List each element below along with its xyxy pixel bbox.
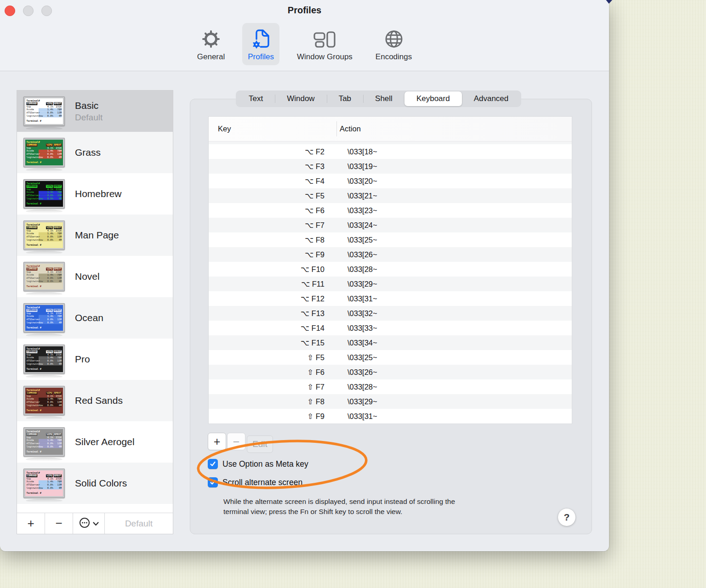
key-binding-row[interactable]: ⌥ F8\033[25~ (209, 232, 572, 247)
key-binding-row[interactable]: ⌥ F9\033[26~ (209, 247, 572, 262)
key-cell: ⌥ F8 (209, 236, 325, 244)
key-cell: ⌥ F7 (209, 221, 325, 230)
profile-row-red-sands[interactable]: Terminal#COMMAND%CPURPRVTtop4.1%231KXcod… (17, 380, 173, 421)
key-binding-row[interactable]: ⌥ F7\033[24~ (209, 218, 572, 232)
key-binding-row[interactable]: ⌥ F12\033[31~ (209, 291, 572, 306)
action-cell: \033[26~ (325, 368, 377, 377)
key-table-header: Key Action (209, 117, 572, 141)
profile-row-novel[interactable]: Terminal#COMMAND%CPURPRVTtop4.1%231KXcod… (17, 256, 173, 297)
key-cell: ⌥ F3 (209, 162, 325, 171)
profile-thumbnail: Terminal#COMMAND%CPURPRVTtop4.1%231KXcod… (23, 138, 65, 167)
toolbar-item-window-groups[interactable]: Window Groups (291, 23, 358, 65)
key-binding-row[interactable]: ⌥ F6\033[23~ (209, 203, 572, 218)
profile-list[interactable]: Terminal#COMMAND%CPURPRVTtop4.1%231KXcod… (17, 90, 173, 513)
key-binding-row[interactable]: ⌥ F5\033[21~ (209, 188, 572, 203)
profile-name: Ocean (75, 312, 103, 323)
edit-key-binding-button[interactable]: Edit (247, 435, 273, 453)
add-profile-button[interactable]: + (17, 513, 45, 534)
action-cell: \033[28~ (325, 383, 377, 391)
add-key-binding-button[interactable]: + (208, 433, 226, 450)
profile-thumbnail: Terminal#COMMAND%CPURPRVTtop4.1%231KXcod… (23, 262, 65, 291)
set-default-button[interactable]: Default (105, 513, 173, 534)
key-binding-row[interactable]: ⇧ F9\033[31~ (209, 409, 572, 424)
profile-list-toolbar: + − Default (17, 513, 173, 534)
action-cell: \033[31~ (325, 294, 377, 303)
key-binding-row[interactable]: ⇧ F6\033[26~ (209, 365, 572, 379)
toolbar-label-window-groups: Window Groups (297, 52, 353, 62)
profile-document-icon (252, 28, 270, 49)
toolbar-item-profiles[interactable]: Profiles (242, 23, 279, 65)
thumbnail-screen: Terminal#COMMAND%CPURPRVTtop4.1%231KXcod… (25, 140, 63, 165)
profile-row-ocean[interactable]: Terminal#COMMAND%CPURPRVTtop4.1%231KXcod… (17, 297, 173, 339)
action-cell: \033[18~ (325, 147, 377, 156)
key-cell: ⌥ F2 (209, 147, 325, 156)
key-cell: ⇧ F6 (209, 368, 325, 377)
toolbar-item-general[interactable]: General (192, 23, 230, 65)
key-cell: ⌥ F10 (209, 265, 325, 274)
action-cell: \033[23~ (325, 206, 377, 215)
key-binding-row[interactable]: ⌥ F13\033[32~ (209, 306, 572, 321)
column-header-key: Key (209, 124, 327, 133)
profile-row-homebrew[interactable]: Terminal#COMMAND%CPURPRVTtop4.1%231KXcod… (17, 173, 173, 215)
use-option-as-meta-checkbox-row[interactable]: Use Option as Meta key (208, 458, 308, 470)
key-binding-row[interactable]: ⌥ F2\033[18~ (209, 144, 572, 159)
profile-row-man-page[interactable]: Terminal#COMMAND%CPURPRVTtop4.1%231KXcod… (17, 215, 173, 256)
tab-text[interactable]: Text (237, 91, 275, 106)
scroll-alternate-description: While the alternate screen is displayed,… (223, 497, 545, 517)
profile-row-solid-colors[interactable]: Terminal#COMMAND%CPURPRVTtop4.1%231KXcod… (17, 463, 173, 504)
remove-profile-button[interactable]: − (45, 513, 73, 534)
profile-row-basic[interactable]: Terminal#COMMAND%CPURPRVTtop4.1%231KXcod… (17, 90, 173, 132)
tab-advanced[interactable]: Advanced (462, 91, 521, 106)
profile-subtitle: Default (75, 113, 102, 123)
profile-name: Grass (75, 147, 101, 158)
action-cell: \033[31~ (325, 412, 377, 421)
key-cell: ⌥ F14 (209, 324, 325, 333)
key-binding-row[interactable]: ⌥ F10\033[28~ (209, 262, 572, 277)
key-binding-row[interactable]: ⌥ F15\033[34~ (209, 335, 572, 350)
toolbar-label-encodings: Encodings (376, 52, 412, 62)
key-cell: ⇧ F8 (209, 397, 325, 406)
tab-window[interactable]: Window (275, 91, 326, 106)
key-cell: ⌥ F4 (209, 177, 325, 186)
profile-row-pro[interactable]: Terminal#COMMAND%CPURPRVTtop4.1%231KXcod… (17, 339, 173, 380)
key-binding-row[interactable]: ⌥ F3\033[19~ (209, 159, 572, 174)
profile-sidebar: Terminal#COMMAND%CPURPRVTtop4.1%231KXcod… (17, 90, 173, 534)
help-button[interactable]: ? (558, 509, 575, 526)
key-binding-row[interactable]: ⇧ F5\033[25~ (209, 350, 572, 365)
key-bindings-table[interactable]: Key Action ⌥ F2\033[18~⌥ F3\033[19~⌥ F4\… (208, 116, 572, 424)
thumbnail-screen: Terminal#COMMAND%CPURPRVTtop4.1%231KXcod… (25, 222, 63, 248)
toolbar-item-encodings[interactable]: Encodings (370, 23, 417, 65)
gear-icon (201, 28, 221, 49)
scroll-alternate-screen-checkbox-row[interactable]: Scroll alternate screen (208, 476, 302, 488)
key-cell: ⇧ F9 (209, 412, 325, 421)
action-cell: \033[29~ (325, 280, 377, 288)
key-binding-row[interactable]: ⇧ F7\033[28~ (209, 379, 572, 394)
action-cell: \033[19~ (325, 162, 377, 171)
remove-key-binding-button[interactable]: − (227, 433, 245, 450)
checkbox-checked-icon[interactable] (208, 459, 218, 469)
screen: { "window": { "title": "Profiles" }, "to… (0, 0, 706, 588)
window-groups-icon (313, 28, 336, 49)
profile-thumbnail: Terminal#COMMAND%CPURPRVTtop4.1%231KXcod… (23, 469, 65, 498)
key-binding-row[interactable]: ⌥ F14\033[33~ (209, 321, 572, 335)
key-binding-row[interactable]: ⇧ F8\033[29~ (209, 394, 572, 409)
tab-tab[interactable]: Tab (327, 91, 363, 106)
action-cell: \033[25~ (325, 353, 377, 362)
key-binding-row[interactable]: ⌥ F4\033[20~ (209, 174, 572, 188)
thumbnail-screen: Terminal#COMMAND%CPURPRVTtop4.1%231KXcod… (25, 98, 63, 124)
action-cell: \033[29~ (325, 397, 377, 406)
profile-row-silver-aerogel[interactable]: Terminal#COMMAND%CPURPRVTtop4.1%231KXcod… (17, 421, 173, 463)
thumbnail-screen: Terminal#COMMAND%CPURPRVTtop4.1%231KXcod… (25, 470, 63, 496)
key-binding-row[interactable]: ⌥ F11\033[29~ (209, 277, 572, 291)
tab-keyboard[interactable]: Keyboard (404, 91, 462, 106)
checkbox-checked-icon[interactable] (208, 477, 218, 487)
profile-name: Man Page (75, 230, 119, 241)
tab-shell[interactable]: Shell (363, 91, 404, 106)
action-cell: \033[24~ (325, 221, 377, 230)
profile-name: Basic (75, 100, 102, 111)
key-cell: ⇧ F7 (209, 383, 325, 391)
titlebar: Profiles (0, 0, 609, 22)
profile-row-grass[interactable]: Terminal#COMMAND%CPURPRVTtop4.1%231KXcod… (17, 132, 173, 173)
more-options-button[interactable] (73, 513, 105, 534)
profile-thumbnail: Terminal#COMMAND%CPURPRVTtop4.1%231KXcod… (23, 96, 65, 126)
